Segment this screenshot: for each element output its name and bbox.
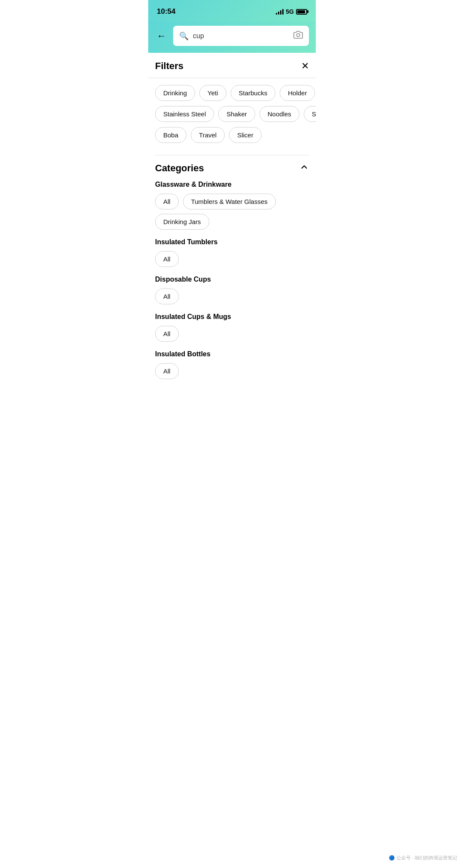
- category-group-insulated-bottles: Insulated Bottles All: [155, 350, 309, 379]
- chips-row-3: Boba Travel Slicer: [155, 127, 309, 143]
- chip-all-insulated-cups-mugs[interactable]: All: [155, 326, 179, 342]
- filters-title: Filters: [155, 61, 183, 72]
- chip-shaker[interactable]: Shaker: [218, 106, 255, 122]
- status-bar: 10:54 5G: [148, 0, 316, 21]
- category-label-insulated-tumblers: Insulated Tumblers: [155, 238, 309, 246]
- category-group-disposable-cups: Disposable Cups All: [155, 276, 309, 304]
- header: ← 🔍: [148, 21, 316, 53]
- chip-boba[interactable]: Boba: [155, 127, 186, 143]
- category-chips-insulated-cups-mugs: All: [155, 326, 309, 342]
- category-chips-insulated-bottles: All: [155, 363, 309, 379]
- chip-travel[interactable]: Travel: [191, 127, 225, 143]
- category-chips-insulated-tumblers: All: [155, 251, 309, 267]
- categories-title: Categories: [155, 163, 204, 174]
- chips-row-1: Drinking Yeti Starbucks Holder: [155, 85, 309, 101]
- chip-noodles[interactable]: Noodles: [259, 106, 299, 122]
- search-icon: 🔍: [179, 31, 189, 41]
- chip-drinking[interactable]: Drinking: [155, 85, 195, 101]
- chip-all-glassware[interactable]: All: [155, 194, 179, 209]
- section-divider: [155, 155, 309, 155]
- category-group-insulated-cups-mugs: Insulated Cups & Mugs All: [155, 313, 309, 342]
- search-bar: 🔍: [173, 26, 309, 46]
- chip-stainless-steel[interactable]: Stainless Steel: [155, 106, 214, 122]
- category-group-insulated-tumblers: Insulated Tumblers All: [155, 238, 309, 267]
- filter-chips-section: Drinking Yeti Starbucks Holder Stainless…: [148, 78, 316, 155]
- chip-all-insulated-tumblers[interactable]: All: [155, 251, 179, 267]
- chip-holder[interactable]: Holder: [280, 85, 315, 101]
- status-icons: 5G: [276, 8, 307, 15]
- category-label-glassware: Glassware & Drinkware: [155, 181, 309, 188]
- category-chips-glassware: All Tumblers & Water Glasses Drinking Ja…: [155, 194, 309, 230]
- chip-smoothie[interactable]: Smoothie: [304, 106, 316, 122]
- status-time: 10:54: [157, 7, 175, 16]
- categories-header: Categories: [155, 162, 309, 174]
- search-input[interactable]: [193, 32, 289, 40]
- chip-slicer[interactable]: Slicer: [229, 127, 262, 143]
- chip-yeti[interactable]: Yeti: [199, 85, 226, 101]
- main-content: Filters ✕ Drinking Yeti Starbucks Holder…: [148, 53, 316, 379]
- battery-icon: [296, 9, 307, 15]
- network-type: 5G: [286, 8, 294, 15]
- chips-row-2: Stainless Steel Shaker Noodles Smoothie: [155, 106, 309, 122]
- chip-all-disposable-cups[interactable]: All: [155, 288, 179, 304]
- back-button[interactable]: ←: [155, 29, 168, 43]
- chevron-up-icon[interactable]: [299, 162, 309, 174]
- battery-fill: [297, 10, 305, 13]
- chip-drinking-jars[interactable]: Drinking Jars: [155, 214, 209, 230]
- categories-section: Categories Glassware & Drinkware All Tum…: [148, 155, 316, 379]
- svg-point-0: [296, 33, 299, 36]
- category-group-glassware: Glassware & Drinkware All Tumblers & Wat…: [155, 181, 309, 230]
- chip-starbucks[interactable]: Starbucks: [231, 85, 276, 101]
- signal-icon: [276, 9, 284, 15]
- category-label-disposable-cups: Disposable Cups: [155, 276, 309, 283]
- camera-icon[interactable]: [293, 30, 303, 42]
- chip-all-insulated-bottles[interactable]: All: [155, 363, 179, 379]
- category-label-insulated-bottles: Insulated Bottles: [155, 350, 309, 358]
- filters-header: Filters ✕: [148, 53, 316, 78]
- close-button[interactable]: ✕: [301, 61, 309, 72]
- category-label-insulated-cups-mugs: Insulated Cups & Mugs: [155, 313, 309, 321]
- chip-tumblers[interactable]: Tumblers & Water Glasses: [183, 194, 276, 209]
- category-chips-disposable-cups: All: [155, 288, 309, 304]
